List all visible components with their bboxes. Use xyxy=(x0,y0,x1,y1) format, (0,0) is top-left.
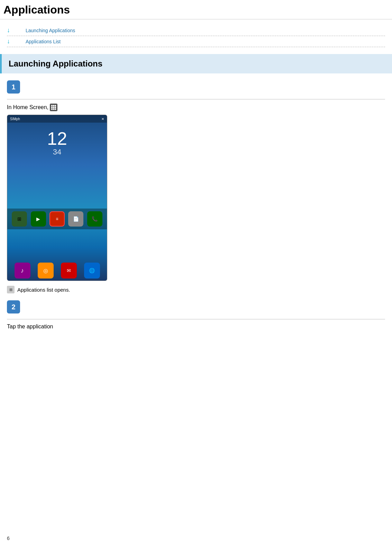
step-2-number-box: 2 xyxy=(7,300,20,313)
apps-grid-inline-icon xyxy=(50,104,57,111)
phone-app-browser: 🌐 xyxy=(84,263,100,279)
step-1-text-prefix: In Home Screen, xyxy=(7,104,48,111)
toc-link-launching[interactable]: Launching Applications xyxy=(26,28,75,33)
dock-store-icon: ▶ xyxy=(31,211,46,227)
page-title-area: Applications xyxy=(0,0,392,19)
main-content: 1 In Home Screen, xyxy=(0,80,392,330)
toc-link-applist[interactable]: Applications List xyxy=(26,39,61,44)
phone-screenshot: SIMph ✕ 12 34 ♪ ◎ ✉ 🌐 xyxy=(7,115,107,281)
result-icon: ⊞ xyxy=(7,286,15,293)
step-1-number-box: 1 xyxy=(7,80,20,94)
phone-app-music: ♪ xyxy=(15,263,30,279)
step-1-divider xyxy=(7,99,385,99)
section-header-text: Launching Applications xyxy=(9,59,102,68)
grid-dot xyxy=(55,108,56,110)
phone-status-left: SIMph xyxy=(10,117,20,121)
phone-clock-minute: 34 xyxy=(53,148,61,157)
phone-app-camera: ◎ xyxy=(38,263,54,279)
step-2-number: 2 xyxy=(11,303,15,311)
step-2-divider xyxy=(7,319,385,319)
toc-item-launching[interactable]: ↓ Launching Applications xyxy=(7,25,385,36)
phone-app-row: ♪ ◎ ✉ 🌐 xyxy=(7,260,107,281)
grid-dot xyxy=(55,105,56,106)
result-line: ⊞ Applications list opens. xyxy=(7,286,385,293)
grid-dots xyxy=(51,105,56,110)
dock-apps-icon: ⊞ xyxy=(12,211,27,227)
grid-dot xyxy=(53,105,54,106)
step-2-text: Tap the application xyxy=(7,324,53,330)
toc-item-applist[interactable]: ↓ Applications List xyxy=(7,36,385,47)
grid-dot xyxy=(53,108,54,110)
phone-dock-bar: ⊞ ▶ ≡ 📄 📞 xyxy=(7,209,107,229)
dock-phone-icon: 📞 xyxy=(87,211,102,227)
page-number: 6 xyxy=(7,536,10,541)
phone-status-right: ✕ xyxy=(101,117,104,121)
phone-app-mail: ✉ xyxy=(61,263,77,279)
step-2-block: 2 Tap the application xyxy=(7,300,385,330)
step-1-text-line: In Home Screen, xyxy=(7,104,385,111)
dock-files-icon: 📄 xyxy=(68,211,83,227)
toc-arrow-2: ↓ xyxy=(7,38,15,45)
phone-clock-hour: 12 xyxy=(47,130,67,148)
grid-dot xyxy=(51,105,53,106)
grid-dot xyxy=(53,107,54,108)
toc-area: ↓ Launching Applications ↓ Applications … xyxy=(0,19,392,51)
grid-dot xyxy=(51,108,53,110)
section-header-launching: Launching Applications xyxy=(0,54,392,73)
phone-clock-area: 12 34 xyxy=(7,123,107,160)
step-2-text-line: Tap the application xyxy=(7,324,385,330)
result-text: Applications list opens. xyxy=(17,287,70,293)
page-title: Applications xyxy=(3,3,385,16)
step-1-block: 1 In Home Screen, xyxy=(7,80,385,293)
phone-middle-space xyxy=(7,160,107,209)
toc-arrow-1: ↓ xyxy=(7,27,15,34)
dock-highlighted-icon: ≡ xyxy=(49,211,65,227)
grid-dot xyxy=(51,107,53,108)
step-1-number: 1 xyxy=(11,83,15,91)
grid-dot xyxy=(55,107,56,108)
phone-status-bar: SIMph ✕ xyxy=(7,115,107,123)
